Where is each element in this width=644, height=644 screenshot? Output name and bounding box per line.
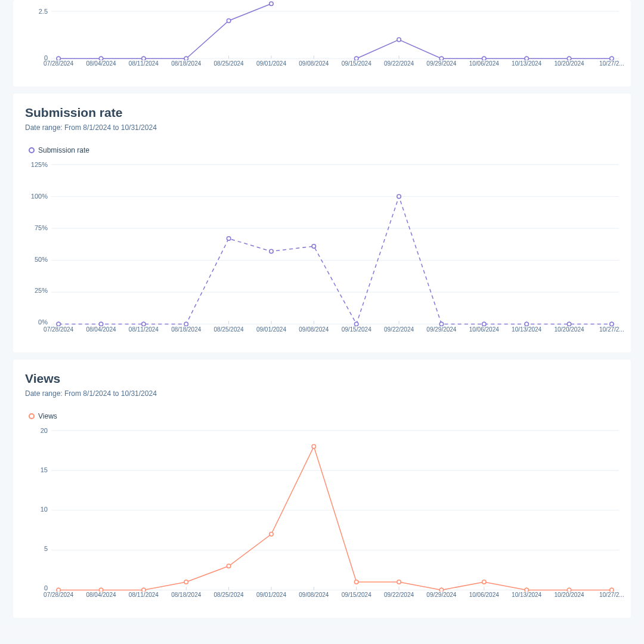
svg-point-88 [312,444,315,448]
card-views: Views Date range: From 8/1/2024 to 10/31… [13,360,631,618]
x-tick-label: 10/20/2024 [554,326,584,333]
svg-point-90 [397,580,401,583]
svg-point-89 [354,580,358,583]
chart-title: Submission rate [25,106,619,120]
y-tick-label: 10 [41,506,48,513]
svg-point-55 [312,244,315,248]
chart-plot [51,429,619,592]
x-tick-label: 09/15/2024 [342,326,371,333]
x-tick-label: 10/20/2024 [554,60,584,67]
x-tick-label: 08/11/2024 [129,326,159,333]
svg-point-23 [397,38,401,41]
x-tick-label: 07/28/2024 [44,60,73,67]
x-axis-labels: 07/28/202408/04/202408/11/202408/18/2024… [51,326,619,335]
svg-point-54 [270,250,273,253]
chart-top: 2.50 07/28/202408/04/202408/11/202408/18… [25,0,619,69]
x-tick-label: 08/18/2024 [171,592,201,598]
x-tick-label: 09/01/2024 [256,592,286,598]
bottom-fade [0,620,644,644]
chart-subtitle: Date range: From 8/1/2024 to 10/31/2024 [25,389,619,398]
card-submissions-top: 2.50 07/28/202408/04/202408/11/202408/18… [13,0,631,86]
y-tick-label: 0 [44,584,48,592]
x-tick-label: 08/18/2024 [171,60,201,67]
chart-submission: 125%100%75%50%25%0% 07/28/202408/04/2024… [25,163,619,334]
card-submission-rate: Submission rate Date range: From 8/1/202… [13,94,631,352]
legend-label: Submission rate [38,146,89,154]
x-axis-labels: 07/28/202408/04/202408/11/202408/18/2024… [51,592,619,600]
x-tick-label: 08/04/2024 [86,60,116,67]
x-tick-label: 08/25/2024 [214,592,244,598]
x-tick-label: 09/08/2024 [299,60,329,67]
x-tick-label: 08/11/2024 [129,60,159,67]
y-tick-label: 25% [35,287,48,294]
legend-dot-icon [29,413,35,419]
y-tick-label: 50% [35,256,48,263]
y-tick-label: 20 [41,427,48,434]
y-tick-label: 5 [44,545,48,552]
y-tick-label: 100% [31,193,48,200]
y-tick-label: 15 [41,466,48,473]
x-axis-labels: 07/28/202408/04/202408/11/202408/18/2024… [51,60,619,69]
chart-subtitle: Date range: From 8/1/2024 to 10/31/2024 [25,123,619,132]
chart-plot [51,0,619,60]
x-tick-label: 09/29/2024 [426,326,456,333]
y-axis-labels: 20151050 [25,429,51,590]
x-tick-label: 10/20/2024 [554,592,584,598]
x-tick-label: 10/06/2024 [469,592,499,598]
x-tick-label: 09/29/2024 [426,592,456,598]
svg-point-21 [270,2,273,5]
x-tick-label: 09/08/2024 [299,592,329,598]
x-tick-label: 10/13/2024 [512,60,541,67]
x-tick-label: 10/13/2024 [512,592,541,598]
x-tick-label: 09/15/2024 [342,60,371,67]
x-tick-label: 10/27/2... [599,592,624,598]
x-tick-label: 09/01/2024 [256,60,286,67]
chart-plot [51,163,619,326]
x-tick-label: 09/22/2024 [384,592,414,598]
x-tick-label: 09/29/2024 [426,60,456,67]
svg-point-85 [184,580,188,583]
y-tick-label: 2.5 [39,8,48,15]
x-tick-label: 08/25/2024 [214,60,244,67]
y-axis-labels: 125%100%75%50%25%0% [25,163,51,324]
x-tick-label: 10/13/2024 [512,326,541,333]
x-tick-label: 10/27/2... [599,60,624,67]
x-tick-label: 10/27/2... [599,326,624,333]
svg-point-87 [270,532,273,535]
x-tick-label: 08/18/2024 [171,326,201,333]
y-axis-labels: 2.50 [25,0,51,60]
y-tick-label: 75% [35,224,48,231]
x-tick-label: 09/22/2024 [384,60,414,67]
svg-point-86 [227,564,230,568]
x-tick-label: 08/11/2024 [129,592,159,598]
x-tick-label: 07/28/2024 [44,326,73,333]
x-tick-label: 07/28/2024 [44,592,73,598]
chart-legend: Views [29,412,619,420]
svg-point-92 [482,580,486,583]
legend-dot-icon [29,147,35,153]
svg-point-53 [227,237,230,240]
x-tick-label: 09/08/2024 [299,326,329,333]
chart-views: 20151050 07/28/202408/04/202408/11/20240… [25,429,619,600]
x-tick-label: 09/22/2024 [384,326,414,333]
chart-title: Views [25,371,619,386]
chart-legend: Submission rate [29,146,619,154]
legend-label: Views [38,412,57,420]
svg-point-20 [227,19,230,23]
x-tick-label: 09/15/2024 [342,592,371,598]
y-tick-label: 0% [38,318,48,326]
y-tick-label: 125% [31,161,48,168]
x-tick-label: 09/01/2024 [256,326,286,333]
x-tick-label: 08/25/2024 [214,326,244,333]
x-tick-label: 08/04/2024 [86,592,116,598]
svg-point-57 [397,195,401,199]
x-tick-label: 08/04/2024 [86,326,116,333]
x-tick-label: 10/06/2024 [469,326,499,333]
x-tick-label: 10/06/2024 [469,60,499,67]
